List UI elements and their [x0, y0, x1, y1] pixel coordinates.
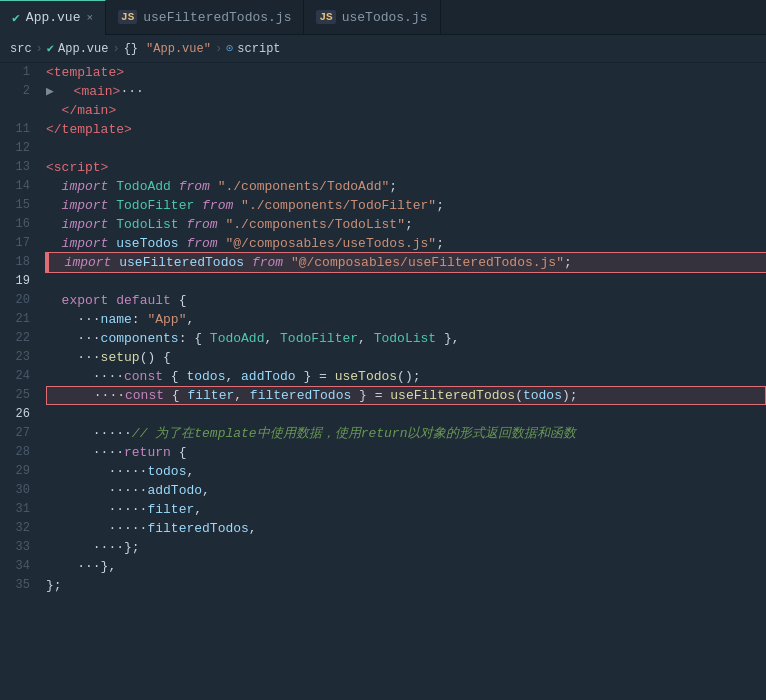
breadcrumb-vue-icon: ✔ — [47, 41, 54, 56]
code-line-28: ····· // 为了在template中使用数据，使用return以对象的形式… — [46, 424, 766, 443]
code-span: components — [101, 329, 179, 348]
code-line-24: ··· setup () { — [46, 348, 766, 367]
code-span: ); — [562, 386, 578, 405]
code-line-30: ····· todos , — [46, 462, 766, 481]
code-span: , — [234, 386, 250, 405]
code-span: setup — [101, 348, 140, 367]
tab-app-vue[interactable]: ✔ App.vue × — [0, 0, 106, 35]
ln-21: 21 — [0, 310, 30, 329]
tab-label-2: useFilteredTodos.js — [143, 10, 291, 25]
code-line-33: ····· filteredTodos , — [46, 519, 766, 538]
tab-label-3: useTodos.js — [342, 10, 428, 25]
expand-icon-main[interactable]: ▶ — [46, 82, 58, 101]
code-span: } = — [351, 386, 390, 405]
code-span: ; — [564, 253, 572, 272]
code-span: useTodos — [335, 367, 397, 386]
code-span: todos — [186, 367, 225, 386]
ln-25: 25 — [0, 386, 30, 405]
code-span — [111, 253, 119, 272]
code-line-22: ··· name : "App" , — [46, 310, 766, 329]
code-span: useFilteredTodos — [119, 253, 244, 272]
ln-31: 31 — [0, 500, 30, 519]
code-line-18: import useTodos from "@/composables/useT… — [46, 234, 766, 253]
vue-icon: ✔ — [12, 10, 20, 26]
code-span: ( — [515, 386, 523, 405]
indent: ···· — [46, 538, 124, 557]
code-span: }; — [46, 576, 62, 595]
code-line-11: </main> — [46, 101, 766, 120]
code-line-26: ···· const { filter , filteredTodos } = … — [46, 386, 766, 405]
indent — [46, 215, 62, 234]
code-span: TodoAdd — [116, 177, 171, 196]
code-span — [233, 196, 241, 215]
code-span — [218, 215, 226, 234]
code-span — [108, 215, 116, 234]
code-span: filteredTodos — [147, 519, 248, 538]
code-span: filter — [147, 500, 194, 519]
code-span: import — [62, 177, 109, 196]
breadcrumb-appvue: App.vue — [58, 42, 108, 56]
ln-27: 27 — [0, 424, 30, 443]
js-icon-2: JS — [316, 10, 335, 24]
code-span: from — [186, 215, 217, 234]
code-span: default — [116, 291, 171, 310]
ln-19: 19 — [0, 272, 30, 291]
tab-usefiltered[interactable]: JS useFilteredTodos.js — [106, 0, 304, 35]
indent: ···· — [46, 367, 124, 386]
ln-15: 15 — [0, 196, 30, 215]
code-span: </template> — [46, 120, 132, 139]
ln-22: 22 — [0, 329, 30, 348]
ln-24: 24 — [0, 367, 30, 386]
indent: ···· — [46, 443, 124, 462]
code-span: "./components/TodoList" — [226, 215, 405, 234]
indent: ···· — [47, 386, 125, 405]
code-span — [58, 82, 74, 101]
code-span: import — [62, 234, 109, 253]
breadcrumb-appvue-str: "App.vue" — [146, 42, 211, 56]
ln-1: 1 — [0, 63, 30, 82]
code-span — [171, 177, 179, 196]
code-line-23: ··· components : { TodoAdd , TodoFilter … — [46, 329, 766, 348]
code-span: TodoFilter — [280, 329, 358, 348]
indent — [49, 253, 65, 272]
code-span: // 为了在template中使用数据，使用return以对象的形式返回数据和函… — [132, 424, 577, 443]
code-area: <template> ▶ <main> ··· </main> </templa… — [42, 63, 766, 700]
code-span: , — [225, 367, 241, 386]
code-span: }, — [101, 557, 117, 576]
indent: ····· — [46, 424, 132, 443]
ln-12: 12 — [0, 139, 30, 158]
ln-35: 35 — [0, 576, 30, 595]
code-span — [194, 196, 202, 215]
line-numbers: 1 2 · 11 12 13 14 15 16 17 18 19 20 21 2… — [0, 63, 42, 700]
code-line-27 — [46, 405, 766, 424]
code-span: , — [194, 500, 202, 519]
ln-33: 33 — [0, 538, 30, 557]
code-span: , — [358, 329, 374, 348]
code-span: <main> — [74, 82, 121, 101]
ln-16: 16 — [0, 215, 30, 234]
indent: ··· — [46, 329, 101, 348]
indent: ··· — [46, 310, 101, 329]
code-line-31: ····· addTodo , — [46, 481, 766, 500]
code-span: "@/composables/useTodos.js" — [226, 234, 437, 253]
ln-14: 14 — [0, 177, 30, 196]
code-span — [108, 291, 116, 310]
code-span: , — [186, 462, 194, 481]
indent: ····· — [46, 500, 147, 519]
code-line-35: ··· }, — [46, 557, 766, 576]
ln-30: 30 — [0, 481, 30, 500]
code-span: () { — [140, 348, 171, 367]
ln-28: 28 — [0, 443, 30, 462]
close-icon[interactable]: × — [86, 12, 93, 24]
tab-usetodos[interactable]: JS useTodos.js — [304, 0, 440, 35]
code-span: name — [101, 310, 132, 329]
indent — [46, 291, 62, 310]
indent — [46, 234, 62, 253]
code-span: from — [252, 253, 283, 272]
code-span — [210, 177, 218, 196]
code-span: }, — [436, 329, 459, 348]
ln-29: 29 — [0, 462, 30, 481]
code-span: from — [186, 234, 217, 253]
code-span — [179, 234, 187, 253]
code-span: } = — [296, 367, 335, 386]
